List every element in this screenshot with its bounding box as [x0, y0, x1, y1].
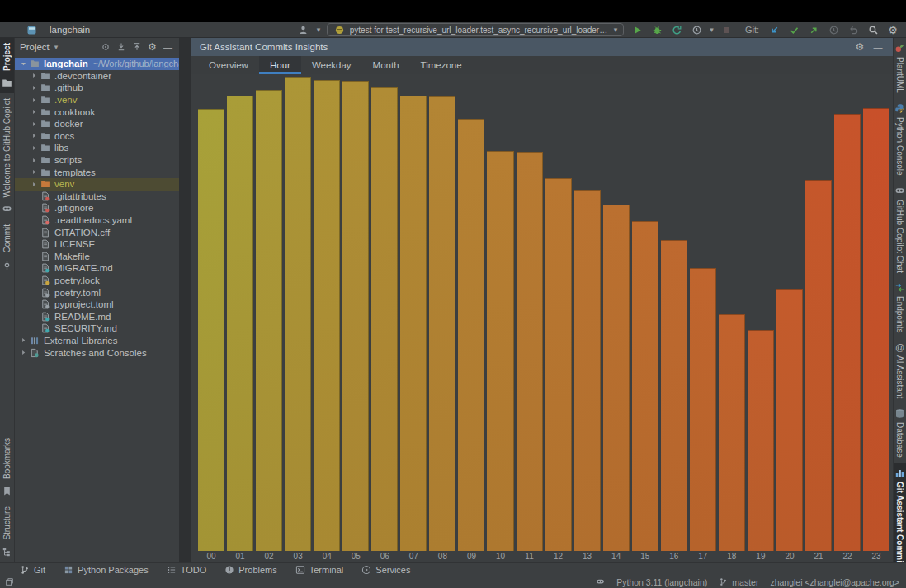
- locate-icon[interactable]: [99, 41, 111, 54]
- window-restore-icon[interactable]: [5, 577, 14, 586]
- tree-item-poetry-toml[interactable]: poetry.toml: [15, 286, 179, 299]
- tree-item-security-md[interactable]: SECURITY.md: [15, 322, 179, 335]
- interpreter-widget[interactable]: Python 3.11 (langchain): [616, 577, 707, 587]
- tree-item-migrate-md[interactable]: MIGRATE.md: [15, 262, 179, 275]
- update-project-icon[interactable]: [767, 23, 781, 36]
- hide-icon[interactable]: —: [871, 40, 885, 54]
- push-icon[interactable]: [807, 23, 820, 36]
- chevron-closed-icon[interactable]: [29, 84, 40, 92]
- stripe-tab-python-console[interactable]: Python Console: [894, 98, 906, 181]
- profiler-caret[interactable]: ▾: [710, 26, 714, 34]
- gear-icon[interactable]: ⚙: [146, 41, 158, 54]
- chevron-closed-icon[interactable]: [29, 181, 40, 188]
- stripe-tab-endpoints[interactable]: Endpoints: [894, 277, 906, 337]
- chevron-open-icon[interactable]: [18, 60, 29, 68]
- tree-item-cookbook[interactable]: cookbook: [15, 106, 179, 118]
- chevron-closed-icon[interactable]: [29, 157, 40, 164]
- tree-item--devcontainer[interactable]: .devcontainer: [15, 70, 179, 82]
- tree-item-docs[interactable]: docs: [15, 130, 179, 143]
- stripe-tab-commit[interactable]: Commit: [0, 219, 14, 275]
- hide-icon[interactable]: —: [162, 41, 174, 54]
- run-icon[interactable]: [630, 23, 644, 36]
- expand-all-icon[interactable]: [115, 41, 127, 54]
- settings-gear-icon[interactable]: ⚙: [886, 23, 899, 36]
- tree-item--gitignore[interactable]: .gitignore: [15, 202, 179, 214]
- chevron-closed-icon[interactable]: [29, 144, 40, 152]
- profiler-icon[interactable]: [690, 23, 703, 36]
- coverage-icon[interactable]: [670, 23, 683, 36]
- toolwindow-button-todo[interactable]: TODO: [167, 565, 207, 575]
- search-icon[interactable]: [866, 23, 880, 36]
- project-panel-title[interactable]: Project: [20, 42, 50, 52]
- vcs-user-widget[interactable]: zhanglei <zhanglei@apache.org>: [770, 577, 899, 587]
- chevron-closed-icon[interactable]: [29, 120, 40, 128]
- bar-hour-02: [256, 90, 282, 551]
- tab-hour[interactable]: Hour: [259, 56, 301, 74]
- app-window-icon: [25, 23, 38, 36]
- stripe-tab-project[interactable]: Project: [0, 38, 14, 93]
- chevron-closed-icon[interactable]: [18, 336, 29, 344]
- toolwindow-button-terminal[interactable]: Terminal: [295, 565, 344, 575]
- tree-item-external-libraries[interactable]: External Libraries: [15, 335, 179, 347]
- tree-item-citation-cff[interactable]: CITATION.cff: [15, 226, 179, 238]
- user-dropdown-caret[interactable]: ▾: [317, 26, 321, 34]
- commit-check-icon[interactable]: [787, 23, 800, 36]
- file-icon: [40, 299, 51, 309]
- toolwindow-button-git[interactable]: Git: [20, 565, 45, 575]
- tree-item-templates[interactable]: templates: [15, 166, 179, 178]
- tree-item-scripts[interactable]: scripts: [15, 154, 179, 167]
- x-label-12: 12: [545, 551, 572, 562]
- collapse-all-icon[interactable]: [130, 41, 143, 54]
- tree-item-pyproject-toml[interactable]: pyproject.toml: [15, 299, 179, 311]
- stripe-tab-ai-assistant[interactable]: @AI Assistant: [894, 338, 906, 403]
- tree-item-libs[interactable]: libs: [15, 142, 179, 154]
- toolwindow-button-label: Problems: [238, 565, 276, 575]
- tree-item-license[interactable]: LICENSE: [15, 238, 179, 251]
- toolwindow-button-python-packages[interactable]: Python Packages: [64, 565, 149, 575]
- tree-item-scratches-and-consoles[interactable]: Scratches and Consoles: [15, 346, 179, 359]
- stripe-tab-label: Project: [2, 43, 12, 71]
- chevron-closed-icon[interactable]: [29, 108, 40, 115]
- stripe-tab-bookmarks[interactable]: Bookmarks: [0, 433, 14, 501]
- right-tool-stripe: PlantUMLPython ConsoleGitHub Copilot Cha…: [893, 38, 906, 562]
- x-label-13: 13: [574, 551, 601, 562]
- stripe-tab-structure[interactable]: Structure: [0, 501, 14, 562]
- branch-widget[interactable]: master: [719, 577, 758, 587]
- tree-item-readme-md[interactable]: README.md: [15, 310, 179, 322]
- tree-item-label: .readthedocs.yaml: [54, 215, 132, 225]
- chevron-closed-icon[interactable]: [29, 96, 40, 104]
- chevron-closed-icon[interactable]: [29, 72, 40, 79]
- tree-item--readthedocs-yaml[interactable]: .readthedocs.yaml: [15, 214, 179, 227]
- chevron-closed-icon[interactable]: [29, 132, 40, 139]
- tree-item-poetry-lock[interactable]: poetry.lock: [15, 275, 179, 287]
- toolwindow-button-services[interactable]: Services: [361, 565, 410, 575]
- tab-overview[interactable]: Overview: [198, 56, 259, 74]
- tree-item-venv[interactable]: venv: [15, 178, 179, 191]
- project-view-caret[interactable]: ▾: [54, 44, 59, 51]
- chevron-closed-icon[interactable]: [18, 349, 29, 356]
- toolwindow-button-problems[interactable]: Problems: [224, 565, 276, 575]
- tree-item--venv[interactable]: .venv: [15, 94, 179, 106]
- tree-item-langchain[interactable]: langchain~/Work/github/langchain: [15, 58, 179, 70]
- chart-x-axis-labels: 0001020304050607080910111213141516171819…: [191, 551, 893, 562]
- tab-weekday[interactable]: Weekday: [301, 56, 362, 74]
- panel-splitter[interactable]: [179, 38, 191, 562]
- copilot-status[interactable]: [596, 577, 605, 586]
- debug-icon[interactable]: [650, 23, 663, 36]
- tab-month[interactable]: Month: [362, 56, 410, 74]
- tab-timezone[interactable]: Timezone: [410, 56, 473, 74]
- tree-item--gitattributes[interactable]: .gitattributes: [15, 191, 179, 203]
- stripe-tab-plantuml[interactable]: PlantUML: [894, 38, 906, 98]
- gear-icon[interactable]: ⚙: [853, 40, 866, 54]
- stripe-tab-database[interactable]: Database: [894, 403, 906, 463]
- stripe-tab-github-copilot-chat[interactable]: GitHub Copilot Chat: [894, 181, 906, 278]
- stripe-tab-welcome-to-github-copilot[interactable]: Welcome to GitHub Copilot: [0, 93, 14, 219]
- tree-item-makefile[interactable]: Makefile: [15, 251, 179, 263]
- x-label-23: 23: [863, 551, 889, 562]
- run-configuration-select[interactable]: pytest for test_recursive_url_loader.tes…: [327, 23, 624, 36]
- tree-item--github[interactable]: .github: [15, 82, 179, 94]
- chevron-closed-icon[interactable]: [29, 168, 40, 176]
- tree-item-docker[interactable]: docker: [15, 118, 179, 130]
- file-icon: [40, 288, 51, 298]
- user-icon[interactable]: [297, 23, 310, 36]
